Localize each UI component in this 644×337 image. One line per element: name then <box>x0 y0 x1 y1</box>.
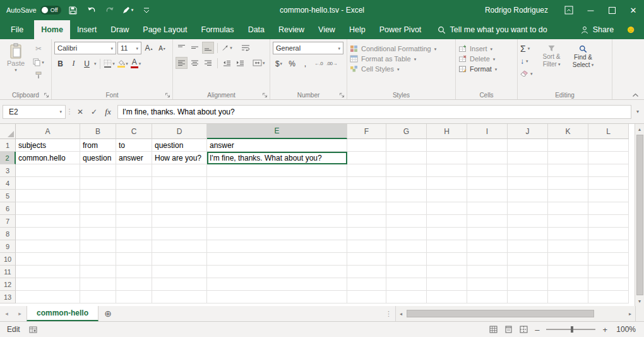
cell-B5[interactable] <box>80 190 116 202</box>
tab-draw[interactable]: Draw <box>104 20 136 39</box>
cell-I4[interactable] <box>467 177 508 190</box>
copy-button[interactable]: ▾ <box>31 56 46 68</box>
cell-D9[interactable] <box>152 240 207 253</box>
cell-H13[interactable] <box>427 291 467 303</box>
find-select-button[interactable]: Find & Select▾ <box>568 43 599 79</box>
collapse-ribbon-button[interactable] <box>632 93 639 97</box>
close-button[interactable]: ✕ <box>623 0 644 20</box>
autosave-toggle[interactable]: AutoSave Off <box>6 6 61 15</box>
select-all-button[interactable] <box>0 124 16 139</box>
save-button[interactable] <box>67 3 80 17</box>
zoom-slider[interactable] <box>546 329 595 330</box>
delete-cells-button[interactable]: Delete ▾ <box>458 55 515 63</box>
cell-F1[interactable] <box>347 139 386 152</box>
cell-J13[interactable] <box>508 291 548 303</box>
column-header-C[interactable]: C <box>116 124 152 139</box>
row-header-5[interactable]: 5 <box>0 190 16 202</box>
orientation-button[interactable]: ▾ <box>221 42 233 54</box>
row-header-6[interactable]: 6 <box>0 202 16 215</box>
zoom-in-button[interactable]: + <box>602 325 607 334</box>
sheet-nav-right-button[interactable]: ▸ <box>13 306 27 321</box>
maximize-button[interactable] <box>601 0 623 20</box>
cell-H4[interactable] <box>427 177 467 190</box>
cell-D2[interactable]: How are you? <box>152 152 207 164</box>
cell-I9[interactable] <box>467 240 508 253</box>
paste-button[interactable]: Paste ▾ <box>3 42 29 81</box>
column-header-K[interactable]: K <box>548 124 588 139</box>
zoom-level[interactable]: 100% <box>614 325 636 334</box>
cell-H9[interactable] <box>427 240 467 253</box>
minimize-button[interactable] <box>580 0 601 20</box>
row-header-12[interactable]: 12 <box>0 278 16 291</box>
row-header-11[interactable]: 11 <box>0 266 16 278</box>
cell-G13[interactable] <box>386 291 427 303</box>
horizontal-scroll-track[interactable] <box>406 306 625 321</box>
cell-E5[interactable] <box>207 190 347 202</box>
scroll-down-button[interactable]: ▾ <box>638 296 641 306</box>
cell-K1[interactable] <box>548 139 588 152</box>
cell-D6[interactable] <box>152 202 207 215</box>
cell-C9[interactable] <box>116 240 152 253</box>
cell-B13[interactable] <box>80 291 116 303</box>
cell-A5[interactable] <box>16 190 80 202</box>
cell-I7[interactable] <box>467 215 508 228</box>
cell-E7[interactable] <box>207 215 347 228</box>
comma-style-button[interactable]: , <box>299 58 311 70</box>
fill-button[interactable]: ↓▾ <box>520 56 533 66</box>
cell-H5[interactable] <box>427 190 467 202</box>
cell-J12[interactable] <box>508 278 548 291</box>
cell-I6[interactable] <box>467 202 508 215</box>
cell-F9[interactable] <box>347 240 386 253</box>
cell-E2[interactable]: I'm fine, thanks. What about you? <box>207 152 347 164</box>
ribbon-display-options-button[interactable] <box>558 0 580 20</box>
cell-K6[interactable] <box>548 202 588 215</box>
cell-C3[interactable] <box>116 164 152 177</box>
normal-view-button[interactable] <box>489 326 498 333</box>
conditional-formatting-button[interactable]: Conditional Formatting ▾ <box>350 45 453 52</box>
cell-G3[interactable] <box>386 164 427 177</box>
cell-E10[interactable] <box>207 253 347 266</box>
font-dialog-launcher[interactable] <box>165 92 170 98</box>
cell-C6[interactable] <box>116 202 152 215</box>
underline-button[interactable]: U <box>81 58 93 70</box>
page-layout-view-button[interactable] <box>504 326 513 333</box>
cell-K2[interactable] <box>548 152 588 164</box>
cell-styles-button[interactable]: Cell Styles ▾ <box>350 65 453 73</box>
cell-B1[interactable]: from <box>80 139 116 152</box>
cell-F7[interactable] <box>347 215 386 228</box>
cell-K10[interactable] <box>548 253 588 266</box>
cell-H12[interactable] <box>427 278 467 291</box>
cell-J10[interactable] <box>508 253 548 266</box>
cell-H3[interactable] <box>427 164 467 177</box>
cell-K4[interactable] <box>548 177 588 190</box>
cell-F10[interactable] <box>347 253 386 266</box>
cell-F8[interactable] <box>347 228 386 240</box>
cell-A3[interactable] <box>16 164 80 177</box>
column-header-H[interactable]: H <box>427 124 467 139</box>
cell-C10[interactable] <box>116 253 152 266</box>
cell-L4[interactable] <box>588 177 629 190</box>
cell-G7[interactable] <box>386 215 427 228</box>
cell-G9[interactable] <box>386 240 427 253</box>
cell-F5[interactable] <box>347 190 386 202</box>
cell-C1[interactable]: to <box>116 139 152 152</box>
cell-L13[interactable] <box>588 291 629 303</box>
wrap-text-button[interactable] <box>239 42 251 54</box>
align-left-button[interactable] <box>176 57 188 69</box>
format-as-table-button[interactable]: Format as Table ▾ <box>350 55 453 63</box>
redo-button[interactable] <box>104 3 116 17</box>
tab-view[interactable]: View <box>311 20 342 39</box>
cell-D11[interactable] <box>152 266 207 278</box>
cell-I10[interactable] <box>467 253 508 266</box>
number-format-combo[interactable]: General ▾ <box>273 42 343 54</box>
name-box[interactable]: E2 ▾ <box>3 105 66 119</box>
cell-F2[interactable] <box>347 152 386 164</box>
column-header-F[interactable]: F <box>347 124 386 139</box>
feedback-smiley-button[interactable]: ☻ <box>623 20 644 39</box>
cell-L10[interactable] <box>588 253 629 266</box>
cell-A7[interactable] <box>16 215 80 228</box>
accounting-format-button[interactable]: $▾ <box>273 58 285 70</box>
cell-A1[interactable]: subjects <box>16 139 80 152</box>
row-header-13[interactable]: 13 <box>0 291 16 303</box>
sort-filter-button[interactable]: Sort & Filter▾ <box>537 43 567 79</box>
